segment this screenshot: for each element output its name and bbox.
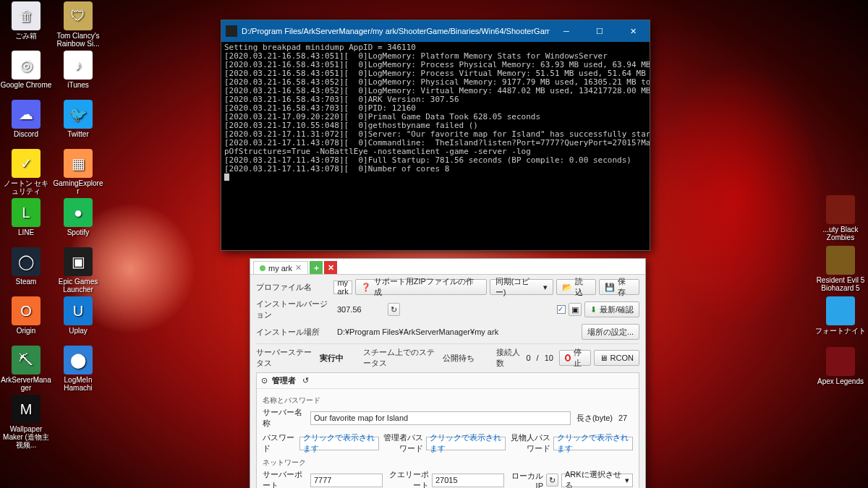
label-server-name: サーバー名称 — [263, 407, 307, 429]
label-steam-status: スチーム上でのステータス — [363, 347, 437, 369]
connections-max: 10 — [542, 351, 556, 365]
chevron-down-icon: ▾ — [625, 476, 629, 485]
add-profile-button[interactable]: ＋ — [310, 261, 323, 274]
admin-password-field[interactable]: クリックで表示されます — [426, 437, 506, 450]
tab-label: my ark — [268, 264, 292, 273]
maximize-button[interactable]: ☐ — [583, 20, 616, 42]
reset-icon[interactable]: ↺ — [300, 376, 310, 386]
admin-section: ⊙ 管理者 ↺ 名称とパスワード サーバー名称 Our favorite map… — [256, 372, 639, 488]
desktop-icon[interactable]: UUplay — [52, 296, 104, 335]
load-button[interactable]: 📂読込 — [556, 279, 597, 295]
collapse-icon[interactable]: ⊙ — [261, 376, 268, 385]
delete-profile-button[interactable]: ✕ — [324, 261, 337, 274]
server-name-field[interactable]: Our favorite map for Island — [310, 411, 571, 425]
auto-update-check[interactable] — [557, 305, 566, 314]
save-button[interactable]: 💾保存 — [599, 279, 639, 295]
tab-my-ark[interactable]: my ark ✕ — [253, 261, 308, 274]
local-ip-dropdown[interactable]: ARKに選択させる▾ — [561, 474, 633, 487]
label-local-ip: ローカルIP — [507, 471, 543, 489]
password-field[interactable]: クリックで表示されます — [299, 437, 379, 450]
console-window: D:/Program Files/ArkServerManager/my ark… — [221, 20, 650, 251]
desktop-icon[interactable]: Resident Evil 5 Biohazard 5 — [814, 246, 867, 292]
status-dot-icon — [260, 265, 265, 271]
version-refresh-button[interactable]: ↻ — [388, 303, 400, 316]
desktop-icon[interactable]: ◎Google Chrome — [0, 51, 52, 89]
console-app-icon — [226, 25, 237, 37]
auto-update-settings-button[interactable]: ▣ — [569, 303, 582, 316]
stop-button[interactable]: 停止 — [559, 350, 591, 366]
label-server-port: サーバーポート — [263, 469, 307, 488]
stop-icon — [565, 354, 571, 361]
section-title-admin: 管理者 — [272, 375, 296, 386]
server-status-value: 実行中 — [317, 351, 360, 365]
label-spectator-pw: 見物人パスワード — [509, 432, 550, 454]
desktop-icon[interactable]: フォートナイト — [814, 296, 867, 335]
connections-now: 0 — [523, 351, 533, 365]
desktop-icon[interactable]: 🛡Tom Clancy's Rainbow Si... — [52, 1, 104, 48]
rcon-button[interactable]: 🖥RCON — [594, 350, 639, 366]
subhead-name-pw: 名称とパスワード — [263, 395, 633, 406]
label-install-dir: インストール場所 — [256, 327, 331, 338]
support-zip-button[interactable]: ❓サポート用ZIPファイルの作成 — [355, 279, 487, 295]
profile-tabs: my ark ✕ ＋ ✕ — [250, 259, 645, 275]
label-password: パスワード — [263, 432, 297, 454]
label-connections: 接続人数 — [496, 347, 521, 369]
refresh-ip-button[interactable]: ↻ — [546, 474, 558, 487]
console-titlebar[interactable]: D:/Program Files/ArkServerManager/my ark… — [221, 20, 650, 42]
desktop-icon[interactable]: MWallpaper Maker (造物主视频... — [0, 395, 52, 449]
desktop-icon[interactable]: 🗑ごみ箱 — [0, 1, 52, 40]
label-length: 長さ(byte) — [574, 413, 613, 424]
label-server-status: サーバーステータス — [256, 347, 314, 369]
install-version-value: 307.56 — [334, 303, 385, 317]
desktop-icon[interactable]: ♪iTunes — [52, 51, 104, 89]
label-install-ver: インストールバージョン — [256, 299, 331, 320]
desktop-icon[interactable]: ▦GamingExplorer — [52, 149, 104, 195]
desktop-icon[interactable]: Apex Legends — [814, 347, 867, 385]
steam-status-value: 公開待ち — [440, 351, 490, 365]
desktop-icon[interactable]: ...uty Black Zombies — [814, 195, 867, 241]
desktop-icon[interactable]: LLINE — [0, 198, 52, 236]
label-admin-pw: 管理者パスワード — [382, 432, 424, 454]
desktop-icon[interactable]: ▣Epic Games Launcher — [52, 247, 104, 294]
asm-window: my ark ✕ ＋ ✕ プロファイル名 my ark ❓サポート用ZIPファイ… — [250, 258, 646, 488]
desktop-icon[interactable]: 🐦Twitter — [52, 100, 104, 138]
name-length-value: 27 — [616, 411, 633, 425]
desktop-icon[interactable]: ⬤LogMeIn Hamachi — [52, 346, 104, 392]
label-profile: プロファイル名 — [256, 282, 331, 293]
location-button[interactable]: 場所の設定... — [582, 324, 639, 340]
server-port-field[interactable]: 7777 — [310, 474, 383, 487]
subhead-network: ネットワーク — [263, 458, 633, 468]
desktop-icon[interactable]: ✓ノートン セキュリティ — [0, 149, 52, 195]
spectator-password-field[interactable]: クリックで表示されます — [553, 437, 633, 450]
desktop-icon[interactable]: ●Spotify — [52, 198, 104, 236]
tab-close-icon[interactable]: ✕ — [295, 263, 302, 273]
sync-button[interactable]: 同期(コピー)▾ — [490, 279, 553, 295]
desktop-icon[interactable]: ☁Discord — [0, 100, 52, 138]
desktop-icon[interactable]: ⛏ArkServerManager — [0, 346, 52, 392]
console-title: D:/Program Files/ArkServerManager/my ark… — [242, 27, 550, 35]
minimize-button[interactable]: ─ — [550, 20, 583, 42]
desktop-icon[interactable]: ◯Steam — [0, 247, 52, 286]
profile-name-field[interactable]: my ark — [333, 281, 352, 294]
console-output: Setting breakpad minidump AppID = 346110… — [221, 42, 650, 250]
desktop-icon[interactable]: OOrigin — [0, 296, 52, 335]
install-dir-value: D:¥Program Files¥ArkServerManager¥my ark — [334, 325, 579, 339]
query-port-field[interactable]: 27015 — [432, 474, 504, 487]
close-button[interactable]: ✕ — [616, 20, 650, 42]
update-button[interactable]: ⬇最新/確認 — [584, 301, 639, 317]
label-query-port: クエリーポート — [386, 469, 429, 488]
